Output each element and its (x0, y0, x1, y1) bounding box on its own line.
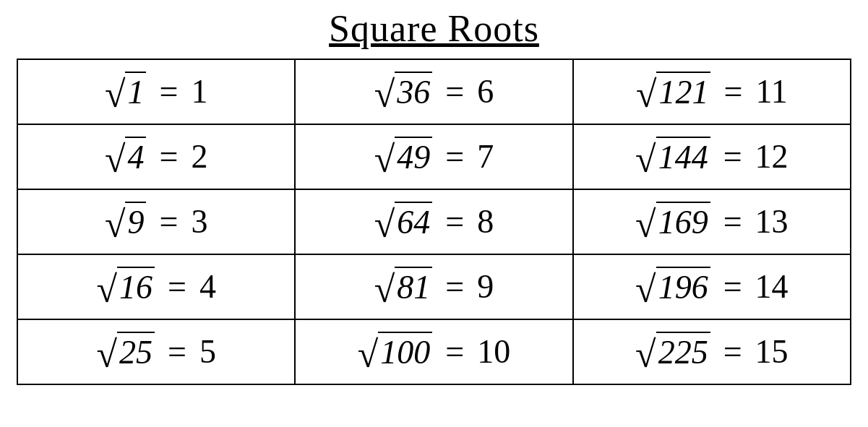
radical-symbol: √196 (635, 267, 710, 306)
radical-symbol: √225 (635, 332, 710, 371)
table-cell: √64=8 (295, 189, 572, 254)
radical-sign-icon: √ (374, 206, 395, 243)
radicand: 196 (656, 267, 710, 306)
math-expression: √100=10 (358, 332, 511, 371)
result-value: 9 (477, 267, 494, 306)
table-cell: √169=13 (573, 189, 851, 254)
equals-sign: = (445, 202, 464, 241)
radicand: 144 (656, 137, 710, 176)
math-expression: √49=7 (374, 137, 494, 176)
math-expression: √36=6 (374, 72, 494, 111)
radicand: 1 (125, 72, 146, 111)
math-expression: √169=13 (635, 202, 788, 241)
math-expression: √81=9 (374, 267, 494, 306)
radical-sign-icon: √ (635, 336, 656, 374)
radicand: 100 (378, 332, 432, 371)
math-expression: √16=4 (96, 267, 216, 306)
result-value: 12 (755, 137, 788, 176)
table-row: √9=3√64=8√169=13 (17, 189, 851, 254)
radical-symbol: √144 (635, 137, 710, 176)
table-cell: √81=9 (295, 254, 572, 319)
radicand: 64 (395, 202, 432, 241)
page-title: Square Roots (329, 7, 539, 50)
table-cell: √144=12 (573, 124, 851, 189)
math-expression: √64=8 (374, 202, 494, 241)
radical-symbol: √25 (96, 332, 155, 371)
equals-sign: = (723, 332, 742, 371)
radicand: 25 (117, 332, 155, 371)
result-value: 15 (755, 332, 788, 371)
radical-sign-icon: √ (374, 141, 395, 178)
equals-sign: = (723, 202, 742, 241)
radical-sign-icon: √ (358, 336, 379, 374)
radicand: 225 (656, 332, 710, 371)
result-value: 6 (477, 72, 494, 111)
result-value: 2 (191, 137, 207, 176)
radicand: 4 (125, 137, 146, 176)
radical-sign-icon: √ (635, 206, 656, 243)
result-value: 13 (755, 202, 788, 241)
table-row: √16=4√81=9√196=14 (17, 254, 851, 319)
equals-sign: = (445, 72, 464, 111)
table-cell: √4=2 (17, 124, 295, 189)
equals-sign: = (159, 137, 178, 176)
radical-sign-icon: √ (105, 76, 126, 113)
table-row: √25=5√100=10√225=15 (17, 319, 851, 384)
table-cell: √25=5 (17, 319, 295, 384)
equals-sign: = (159, 72, 178, 111)
result-value: 1 (191, 72, 207, 111)
equals-sign: = (168, 332, 186, 371)
equals-sign: = (168, 267, 186, 306)
table-cell: √121=11 (573, 59, 851, 124)
result-value: 3 (191, 202, 207, 241)
radicand: 121 (656, 72, 710, 111)
math-expression: √1=1 (105, 72, 208, 111)
result-value: 8 (477, 202, 494, 241)
table-cell: √16=4 (17, 254, 295, 319)
result-value: 7 (477, 137, 494, 176)
radicand: 169 (656, 202, 710, 241)
radical-sign-icon: √ (105, 206, 126, 243)
radical-sign-icon: √ (96, 336, 117, 374)
result-value: 5 (199, 332, 216, 371)
math-expression: √25=5 (96, 332, 216, 371)
radical-symbol: √100 (358, 332, 433, 371)
radicand: 81 (395, 267, 432, 306)
result-value: 14 (755, 267, 788, 306)
math-expression: √4=2 (105, 137, 208, 176)
equals-sign: = (159, 202, 178, 241)
equals-sign: = (445, 267, 464, 306)
math-expression: √225=15 (635, 332, 788, 371)
table-cell: √49=7 (295, 124, 572, 189)
table-row: √4=2√49=7√144=12 (17, 124, 851, 189)
radicand: 49 (395, 137, 432, 176)
table-cell: √1=1 (17, 59, 295, 124)
radical-symbol: √81 (374, 267, 433, 306)
equals-sign: = (445, 332, 464, 371)
radical-sign-icon: √ (635, 141, 656, 178)
radical-symbol: √121 (636, 72, 711, 111)
radical-symbol: √36 (374, 72, 433, 111)
table-cell: √225=15 (573, 319, 851, 384)
radical-sign-icon: √ (374, 271, 395, 309)
radical-sign-icon: √ (96, 271, 117, 309)
radical-symbol: √9 (105, 202, 147, 241)
math-expression: √144=12 (635, 137, 788, 176)
math-expression: √121=11 (636, 72, 788, 111)
radical-symbol: √64 (374, 202, 433, 241)
table-cell: √36=6 (295, 59, 572, 124)
result-value: 10 (477, 332, 510, 371)
radical-symbol: √16 (96, 267, 155, 306)
result-value: 11 (755, 72, 787, 111)
radical-sign-icon: √ (105, 141, 126, 178)
table-row: √1=1√36=6√121=11 (17, 59, 851, 124)
equals-sign: = (723, 72, 742, 111)
radical-symbol: √49 (374, 137, 433, 176)
radicand: 36 (395, 72, 432, 111)
equals-sign: = (723, 137, 742, 176)
equals-sign: = (445, 137, 464, 176)
radical-symbol: √169 (635, 202, 710, 241)
radicand: 9 (125, 202, 146, 241)
radical-sign-icon: √ (635, 271, 656, 309)
math-expression: √9=3 (105, 202, 208, 241)
